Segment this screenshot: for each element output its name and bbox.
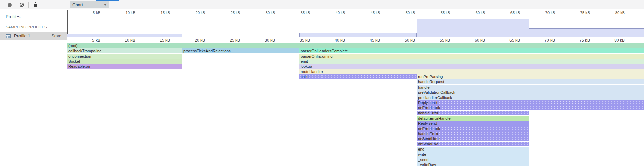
toolbar: Chart ▼ (0, 0, 644, 9)
flame-bar[interactable]: handleError (417, 111, 529, 115)
flame-bar[interactable]: callbackTrampoline (67, 48, 182, 53)
record-icon (8, 3, 12, 7)
overview-tick-label: 5 kB (93, 11, 100, 15)
overview-gridline (242, 9, 242, 37)
overview-gridline (102, 9, 102, 37)
overview-tick-label: 45 kB (371, 11, 380, 15)
overview-tick-label: 10 kB (126, 11, 135, 15)
overview-allocation-area (67, 34, 182, 37)
chart-panel: 5 kB10 kB15 kB20 kB25 kB30 kB35 kB40 kB4… (67, 9, 644, 166)
clear-profiles-button[interactable] (31, 1, 40, 9)
flame-bar[interactable]: processTicksAndRejections (182, 48, 299, 53)
overview-tick-label: 60 kB (476, 11, 485, 15)
overview-tick-label: 25 kB (231, 11, 240, 15)
overview-tick-label: 75 kB (580, 11, 590, 15)
save-profile-link[interactable]: Save (52, 34, 62, 38)
toolbar-divider (28, 2, 29, 8)
chart-view-dropdown[interactable]: Chart ▼ (70, 1, 109, 8)
chart-view-dropdown-label: Chart (72, 2, 104, 7)
flame-bar[interactable]: Reply.send (417, 100, 644, 105)
overview-gridline (207, 9, 207, 37)
flame-ruler-tick-label: 75 kB (579, 38, 590, 43)
overview-tick-label: 50 kB (406, 11, 415, 15)
flame-ruler-tick-label: 55 kB (440, 38, 450, 43)
flame-bar[interactable]: onSendEnd (417, 142, 529, 146)
active-accent-line (96, 0, 119, 1)
trash-icon (33, 3, 37, 7)
flame-ruler-tick-label: 25 kB (230, 38, 240, 43)
flame-bar[interactable]: parserOnHeadersComplete (299, 48, 644, 53)
record-profile-button[interactable] (5, 1, 14, 9)
flame-bar[interactable]: Readable.on (67, 64, 182, 69)
profile-grid-icon (6, 34, 11, 38)
overview-tick-label: 15 kB (161, 11, 170, 15)
flame-chart-ruler: 5 kB10 kB15 kB20 kB25 kB30 kB35 kB40 kB4… (67, 37, 644, 43)
flame-chart[interactable]: (root)callbackTrampolineprocessTicksAndR… (67, 43, 644, 166)
flame-ruler-tick-label: 40 kB (335, 38, 345, 43)
overview-tick-label: 30 kB (266, 11, 275, 15)
flame-bar[interactable]: defaultErrorHandler (417, 116, 529, 121)
flame-bar[interactable]: child (299, 74, 417, 79)
profiler-window: Chart ▼ Profiles SAMPLING PROFILES Profi… (0, 0, 644, 166)
flame-ruler-tick-label: 5 kB (92, 38, 100, 43)
overview-tick-label: 70 kB (545, 11, 555, 15)
overview-left-handle[interactable] (67, 10, 68, 37)
flame-bar[interactable]: (root) (67, 43, 644, 48)
flame-bar[interactable]: Reply.send (417, 121, 529, 126)
profiles-sidebar: Profiles SAMPLING PROFILES Profile 1 Sav… (0, 9, 67, 166)
flame-bar[interactable]: parserOnIncoming (299, 54, 644, 59)
flame-ruler-tick-label: 15 kB (160, 38, 170, 43)
flame-bar[interactable]: onSendHook (417, 136, 529, 141)
flame-bar[interactable]: onErrorHook (417, 126, 529, 131)
flame-ruler-tick-label: 45 kB (370, 38, 380, 43)
flame-bar[interactable]: emit (299, 59, 644, 64)
flame-bar[interactable]: end (417, 147, 529, 152)
flame-ruler-tick-label: 20 kB (195, 38, 205, 43)
overview-tick-label: 20 kB (196, 11, 205, 15)
overview-allocation-area (529, 28, 644, 37)
overview-tick-label: 40 kB (336, 11, 345, 15)
overview-gridline (137, 9, 137, 37)
flame-ruler-tick-label: 65 kB (509, 38, 520, 43)
flame-bar[interactable]: Socket (67, 59, 182, 64)
flame-bar[interactable]: onErrorHook (417, 105, 644, 110)
overview-tick-label: 35 kB (301, 11, 310, 15)
flame-bar[interactable]: handler (417, 85, 644, 90)
flame-bar[interactable]: preValidationCallback (417, 90, 644, 95)
flame-bar[interactable]: write_ (417, 152, 529, 157)
flame-bar[interactable]: _writeRaw (417, 162, 529, 166)
block-icon (20, 3, 24, 7)
overview-tick-label: 55 kB (441, 11, 450, 15)
overview-tick-label: 80 kB (615, 11, 625, 15)
chevron-down-icon: ▼ (104, 3, 107, 7)
flame-bar[interactable]: lookup (299, 64, 644, 69)
sidebar-title: Profiles (0, 9, 67, 19)
flame-ruler-tick-label: 10 kB (125, 38, 135, 43)
flame-ruler-tick-label: 80 kB (614, 38, 625, 43)
flame-bar[interactable]: handleError (417, 131, 529, 136)
sampling-profiles-section-label: SAMPLING PROFILES (0, 19, 67, 29)
overview-allocation-area (299, 33, 417, 37)
profile-name: Profile 1 (14, 33, 52, 38)
overview-tick-label: 65 kB (510, 11, 520, 15)
toolbar-profile-controls (0, 0, 67, 9)
flame-ruler-tick-label: 60 kB (475, 38, 485, 43)
overview-gridline (172, 9, 172, 37)
overview-allocation-area (417, 19, 529, 37)
flame-bar[interactable]: runPreParsing (417, 74, 644, 79)
flame-bar[interactable]: onconnection (67, 54, 182, 59)
overview-gridline (277, 9, 277, 37)
flame-ruler-tick-label: 30 kB (265, 38, 275, 43)
memory-overview[interactable]: 5 kB10 kB15 kB20 kB25 kB30 kB35 kB40 kB4… (67, 9, 644, 37)
profile-list-item[interactable]: Profile 1 Save (0, 32, 67, 40)
flame-bar[interactable]: routeHandler (299, 69, 644, 74)
flame-bar[interactable]: handleRequest (417, 79, 644, 84)
cancel-recording-button[interactable] (17, 1, 26, 9)
flame-ruler-tick-label: 50 kB (405, 38, 415, 43)
flame-bar[interactable]: preHandlerCallback (417, 95, 644, 100)
flame-bar[interactable]: _send (417, 157, 529, 162)
flame-ruler-tick-label: 70 kB (544, 38, 555, 43)
flame-ruler-tick-label: 35 kB (300, 38, 310, 43)
